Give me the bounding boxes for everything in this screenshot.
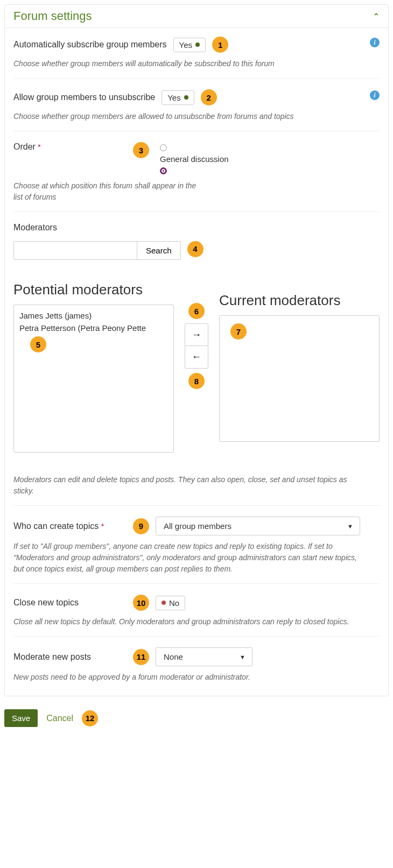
moderators-help: Moderators can edit and delete topics an…: [13, 474, 358, 497]
allowunsub-help: Choose whether group members are allowed…: [13, 111, 358, 122]
step-badge-11: 11: [133, 649, 149, 665]
step-badge-3: 3: [133, 142, 149, 158]
caret-down-icon: ▼: [240, 654, 245, 660]
arrow-right-icon: →: [192, 329, 201, 341]
info-icon[interactable]: i: [370, 38, 380, 47]
caret-down-icon: ▼: [347, 523, 353, 530]
step-badge-8: 8: [188, 373, 205, 389]
moderator-search-input[interactable]: [13, 241, 137, 260]
list-item[interactable]: James Jetts (james): [14, 309, 173, 322]
moderate-help: New posts need to be approved by a forum…: [13, 672, 358, 683]
order-label: Order: [13, 142, 36, 151]
moderate-label: Moderate new posts: [13, 652, 91, 661]
search-button[interactable]: Search: [137, 241, 181, 260]
panel-title: Forum settings: [13, 9, 92, 23]
order-radio-top[interactable]: [160, 144, 167, 151]
save-button[interactable]: Save: [4, 709, 38, 727]
potential-moderators-list[interactable]: James Jetts (james) Petra Petterson (Pet…: [13, 305, 174, 453]
allowunsub-toggle[interactable]: Yes: [162, 90, 194, 105]
allowunsub-value: Yes: [167, 93, 180, 102]
required-asterisk: *: [38, 142, 41, 151]
step-badge-10: 10: [133, 595, 149, 611]
autosub-toggle[interactable]: Yes: [173, 38, 206, 52]
step-badge-6: 6: [188, 303, 205, 319]
step-badge-7: 7: [230, 323, 247, 340]
chevron-up-icon: ⌃: [373, 12, 380, 20]
autosub-label: Automatically subscribe group members: [13, 40, 167, 50]
info-icon[interactable]: i: [370, 90, 380, 100]
remove-moderator-button[interactable]: ←: [185, 346, 208, 369]
panel-header[interactable]: Forum settings ⌃: [5, 5, 388, 28]
step-badge-1: 1: [212, 37, 228, 53]
step-badge-12: 12: [82, 710, 98, 726]
required-asterisk: *: [101, 521, 104, 531]
order-radio-selected[interactable]: [160, 167, 167, 174]
step-badge-2: 2: [201, 89, 217, 105]
toggle-on-icon: [195, 43, 200, 47]
closenew-toggle[interactable]: No: [156, 596, 185, 610]
toggle-on-icon: [184, 95, 188, 100]
whocreate-value: All group members: [164, 521, 231, 531]
closenew-value: No: [169, 598, 179, 608]
cancel-link[interactable]: Cancel: [46, 714, 73, 723]
potential-moderators-title: Potential moderators: [13, 281, 174, 298]
step-badge-5: 5: [30, 336, 46, 352]
closenew-help: Close all new topics by default. Only mo…: [13, 616, 358, 627]
order-option-label: General discussion: [160, 154, 229, 164]
moderate-select[interactable]: None ▼: [156, 647, 252, 666]
list-item[interactable]: Petra Petterson (Petra Peony Pette: [14, 322, 173, 334]
closenew-label: Close new topics: [13, 598, 79, 607]
autosub-help: Choose whether group members will automa…: [13, 58, 358, 69]
add-moderator-button[interactable]: →: [185, 323, 208, 346]
moderators-label: Moderators: [13, 223, 380, 232]
whocreate-help: If set to "All group members", anyone ca…: [13, 541, 358, 575]
arrow-left-icon: ←: [192, 351, 201, 363]
step-badge-4: 4: [187, 241, 203, 257]
toggle-off-icon: [162, 601, 166, 605]
allowunsub-label: Allow group members to unsubscribe: [13, 93, 155, 102]
current-moderators-list[interactable]: 7: [219, 315, 380, 442]
autosub-value: Yes: [179, 40, 192, 50]
moderate-value: None: [164, 652, 183, 661]
step-badge-9: 9: [133, 518, 149, 534]
order-help: Choose at which position this forum shal…: [13, 180, 207, 203]
whocreate-label: Who can create topics: [13, 521, 99, 531]
whocreate-select[interactable]: All group members ▼: [156, 517, 360, 535]
current-moderators-title: Current moderators: [219, 292, 380, 309]
